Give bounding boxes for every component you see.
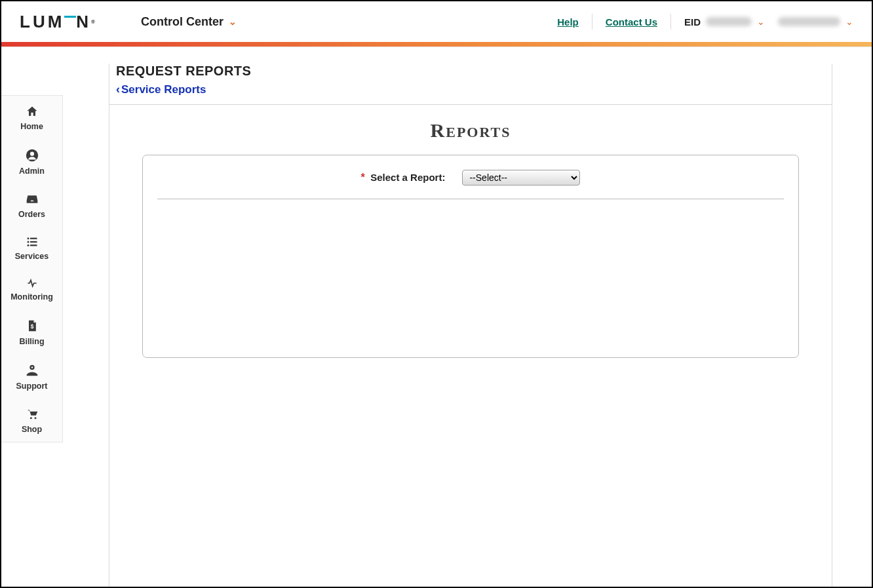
chevron-down-icon: ⌄ — [845, 16, 853, 27]
sidebar-item-support[interactable]: Support — [1, 354, 62, 399]
svg-point-6 — [27, 245, 29, 246]
username-redacted — [778, 17, 840, 26]
breadcrumb-label: Service Reports — [121, 83, 206, 96]
select-report-row: * Select a Report: --Select-- — [155, 170, 786, 186]
divider — [592, 14, 592, 29]
sidebar-item-shop[interactable]: Shop — [1, 399, 62, 442]
sidebar-item-label: Shop — [22, 425, 42, 434]
sidebar-nav: Home Admin Orders Services Monitoring — [1, 95, 63, 442]
divider — [157, 199, 784, 199]
app-switcher-label: Control Center — [141, 15, 223, 29]
top-bar: LUMN® Control Center ⌄ Help Contact Us E… — [1, 1, 872, 42]
sidebar-item-label: Admin — [19, 167, 45, 176]
report-selection-panel: * Select a Report: --Select-- — [142, 155, 799, 358]
select-report-dropdown[interactable]: --Select-- — [462, 170, 580, 186]
sidebar-item-label: Support — [16, 382, 48, 391]
logo-accent — [64, 16, 76, 18]
user-circle-icon — [25, 148, 39, 163]
divider — [670, 14, 671, 29]
user-account-dropdown[interactable]: ⌄ — [778, 16, 853, 27]
sidebar-item-label: Services — [15, 252, 48, 261]
divider — [109, 104, 832, 105]
sidebar-item-monitoring[interactable]: Monitoring — [1, 269, 62, 309]
svg-text:$: $ — [30, 323, 33, 330]
sidebar-item-label: Billing — [19, 337, 44, 346]
sidebar-item-orders[interactable]: Orders — [1, 184, 62, 227]
brand-logo: LUMN® — [20, 12, 95, 32]
svg-point-4 — [27, 241, 29, 243]
page-frame: REQUEST REPORTS ‹ Service Reports REPORT… — [109, 64, 832, 587]
svg-point-10 — [31, 366, 33, 368]
chevron-down-icon: ⌄ — [757, 16, 765, 27]
required-marker: * — [361, 172, 365, 183]
main-content: REQUEST REPORTS ‹ Service Reports REPORT… — [63, 47, 872, 587]
chevron-left-icon: ‹ — [116, 83, 120, 96]
sidebar-item-label: Home — [20, 122, 43, 131]
eid-value-redacted — [706, 17, 752, 26]
select-report-label: * Select a Report: — [361, 172, 446, 184]
sidebar-item-billing[interactable]: $ Billing — [1, 309, 62, 354]
svg-rect-7 — [30, 245, 37, 246]
sidebar-item-label: Orders — [18, 210, 45, 219]
cart-icon — [25, 408, 39, 421]
svg-point-11 — [29, 417, 31, 419]
section-heading-reports: REPORTS — [116, 119, 825, 142]
breadcrumb-service-reports[interactable]: ‹ Service Reports — [116, 83, 825, 96]
page-title: REQUEST REPORTS — [116, 64, 825, 79]
svg-rect-3 — [30, 238, 37, 239]
svg-point-1 — [29, 152, 33, 156]
sidebar-item-services[interactable]: Services — [1, 227, 62, 269]
svg-point-2 — [27, 237, 29, 239]
activity-icon — [24, 278, 40, 288]
accent-gradient-bar — [1, 42, 872, 47]
top-right-nav: Help Contact Us EID ⌄ ⌄ — [557, 14, 853, 29]
svg-point-12 — [34, 417, 36, 419]
contact-us-link[interactable]: Contact Us — [606, 16, 657, 28]
list-icon — [25, 236, 39, 248]
app-switcher[interactable]: Control Center ⌄ — [141, 15, 237, 29]
chevron-down-icon: ⌄ — [229, 16, 237, 27]
help-link[interactable]: Help — [557, 16, 579, 28]
invoice-icon: $ — [26, 319, 39, 333]
sidebar-item-home[interactable]: Home — [1, 96, 62, 139]
inbox-icon — [25, 193, 39, 206]
eid-account-dropdown[interactable]: EID ⌄ — [684, 16, 765, 28]
support-hand-gear-icon — [25, 363, 39, 378]
sidebar-item-label: Monitoring — [10, 292, 53, 302]
sidebar-item-admin[interactable]: Admin — [1, 139, 62, 184]
eid-label: EID — [684, 16, 701, 28]
home-icon — [25, 105, 39, 118]
svg-rect-5 — [30, 241, 37, 243]
